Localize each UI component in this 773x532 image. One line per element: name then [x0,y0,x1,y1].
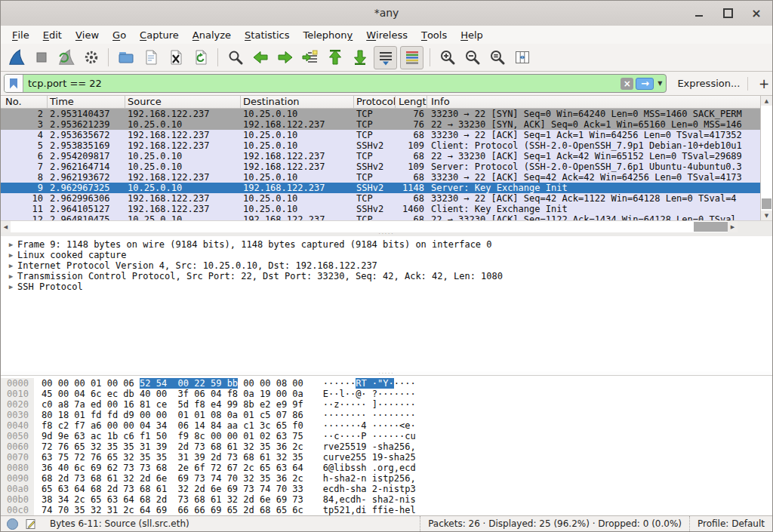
previous-packet-button[interactable] [249,47,271,69]
expander-icon[interactable]: ▶ [5,283,17,291]
column-header-source[interactable]: Source [125,96,241,108]
detail-row[interactable]: ▶Linux cooked capture [1,250,772,260]
expert-info-icon[interactable] [7,518,18,530]
expression-button[interactable]: Expression... [677,78,740,89]
cell-time: 2.953621239 [48,119,125,130]
zoom-reset-button[interactable] [486,47,508,69]
auto-scroll-button[interactable] [374,46,397,69]
resize-columns-button[interactable] [511,47,533,69]
packet-row[interactable]: 62.95420981710.25.0.10192.168.122.237TCP… [1,151,760,161]
cell-info: 33230 → 22 [ACK] Seq=42 Ack=1122 Win=641… [427,193,760,204]
cell-info: 22 → 33230 [SYN, ACK] Seq=0 Ack=1 Win=65… [427,119,760,130]
last-packet-button[interactable] [349,47,371,69]
column-header-length[interactable]: Length [396,96,427,108]
capture-comment-button[interactable] [26,518,36,530]
menu-view[interactable]: View [69,26,106,44]
status-packet-counts: Packets: 26 · Displayed: 25 (96.2%) · Dr… [420,516,689,531]
expander-icon[interactable]: ▶ [5,262,17,269]
detail-row[interactable]: ▶Internet Protocol Version 4, Src: 10.25… [1,260,772,271]
menu-wireless[interactable]: Wireless [359,26,414,44]
hex-row[interactable]: 009068 2d 73 68 61 32 2d 6e 69 73 74 70 … [1,473,772,484]
packet-list-hscrollbar[interactable]: ◀ ▶ [1,220,738,232]
scroll-up-arrow[interactable]: ▲ [761,96,772,106]
menu-go[interactable]: Go [106,26,133,44]
next-packet-button[interactable] [274,47,296,69]
column-header-protocol[interactable]: Protocol [354,96,396,108]
detail-row[interactable]: ▶Transmission Control Protocol, Src Port… [1,271,772,281]
hex-row[interactable]: 0040f8 c2 f7 a6 00 00 04 34 06 14 84 aa … [1,420,772,431]
menu-analyze[interactable]: Analyze [186,26,238,44]
column-header-destination[interactable]: Destination [241,96,354,108]
menu-statistics[interactable]: Statistics [238,26,296,44]
start-capture-button[interactable] [5,47,27,69]
column-header-info[interactable]: Info [427,96,760,108]
capture-options-button[interactable] [80,47,102,69]
go-to-packet-button[interactable] [299,47,321,69]
filter-history-dropdown[interactable]: ▼ [654,80,666,87]
filter-clear-button[interactable]: × [621,78,633,90]
expander-icon[interactable]: ▶ [5,272,17,280]
filter-apply-button[interactable]: → [636,78,654,90]
reload-file-button[interactable] [189,47,211,69]
hex-row[interactable]: 001045 00 04 6c ec db 40 00 3f 06 04 f8 … [1,389,772,399]
packet-row[interactable]: 122.96481047510.25.0.10192.168.122.237TC… [1,214,760,220]
hex-row[interactable]: 003080 18 01 fd fd d9 00 00 01 01 08 0a … [1,410,772,420]
hex-row[interactable]: 007063 75 72 76 65 32 35 35 31 39 2d 73 … [1,452,772,463]
hex-row[interactable]: 006072 76 65 32 35 35 31 39 2d 73 68 61 … [1,441,772,452]
menu-file[interactable]: File [5,26,36,44]
restart-capture-button[interactable] [55,47,77,69]
add-filter-button[interactable]: + [756,76,772,91]
hex-row[interactable]: 0020c0 a8 7a ed 00 16 81 ce 5d f8 e4 99 … [1,399,772,410]
zoom-out-button[interactable] [461,47,483,69]
status-profile[interactable]: Profile: Default [689,516,772,531]
packet-row[interactable]: 52.953835169192.168.122.23710.25.0.10SSH… [1,140,760,151]
menu-telephony[interactable]: Telephony [297,26,360,44]
packet-list-vscrollbar[interactable]: ▲ ▼ [760,96,772,220]
expander-icon[interactable]: ▶ [5,251,17,259]
column-header-time[interactable]: Time [48,96,125,108]
packet-row[interactable]: 92.96296732510.25.0.10192.168.122.237SSH… [1,183,760,193]
menu-capture[interactable]: Capture [133,26,186,44]
detail-row[interactable]: ▶Frame 9: 1148 bytes on wire (9184 bits)… [1,239,772,250]
cell-time: 2.962193672 [48,172,125,183]
menu-edit[interactable]: Edit [36,26,69,44]
hex-bytes: 68 2d 73 68 61 32 2d 6e 69 73 74 70 32 3… [42,473,303,484]
close-file-button[interactable] [165,47,186,69]
scroll-left-arrow[interactable]: ◀ [1,221,11,232]
packet-row[interactable]: 32.95362123910.25.0.10192.168.122.237TCP… [1,119,760,130]
packet-row[interactable]: 102.962996306192.168.122.23710.25.0.10TC… [1,193,760,204]
close-button[interactable]: × [751,8,762,19]
hscroll-thumb[interactable] [694,222,728,232]
find-packet-button[interactable] [224,47,246,69]
open-file-button[interactable] [115,47,137,69]
vscroll-thumb[interactable] [762,198,771,209]
hex-row[interactable]: 00a065 63 64 68 2d 73 68 61 32 2d 6e 69 … [1,484,772,494]
maximize-button[interactable] [722,8,733,19]
packet-row[interactable]: 72.96216471410.25.0.10192.168.122.237SSH… [1,161,760,172]
stop-capture-button[interactable] [30,47,52,69]
column-header-no[interactable]: No. [1,96,48,108]
scroll-right-arrow[interactable]: ▶ [728,221,738,232]
hex-row[interactable]: 00c074 70 35 32 31 2c 64 69 66 66 69 65 … [1,505,772,515]
packet-row[interactable]: 82.962193672192.168.122.23710.25.0.10TCP… [1,172,760,183]
minimize-button[interactable] [694,8,704,19]
display-filter-input[interactable] [23,75,621,92]
save-file-button[interactable] [140,47,162,69]
detail-row[interactable]: ▶SSH Protocol [1,281,772,292]
zoom-in-button[interactable] [436,47,458,69]
colorize-button[interactable] [400,46,423,69]
hex-row[interactable]: 00509d 9e 63 ac 1b c6 f1 50 f9 8c 00 00 … [1,431,772,441]
hex-row[interactable]: 000000 00 00 01 00 06 52 54 00 22 59 bb … [1,378,772,389]
packet-row[interactable]: 22.953140437192.168.122.23710.25.0.10TCP… [1,109,760,119]
scroll-down-arrow[interactable]: ▼ [761,211,772,220]
filter-bookmark-button[interactable] [5,75,23,92]
expander-icon[interactable]: ▶ [5,241,17,248]
hex-row[interactable]: 00b038 34 2c 65 63 64 68 2d 73 68 61 32 … [1,494,772,505]
hex-bytes: 38 34 2c 65 63 64 68 2d 73 68 61 32 2d 6… [42,494,303,505]
menu-help[interactable]: Help [454,26,490,44]
packet-row[interactable]: 112.964105127192.168.122.23710.25.0.10SS… [1,204,760,214]
hex-row[interactable]: 008036 40 6c 69 62 73 73 68 2e 6f 72 67 … [1,463,772,473]
packet-row[interactable]: 42.953635672192.168.122.23710.25.0.10TCP… [1,130,760,140]
menu-tools[interactable]: Tools [414,26,454,44]
first-packet-button[interactable] [324,47,346,69]
